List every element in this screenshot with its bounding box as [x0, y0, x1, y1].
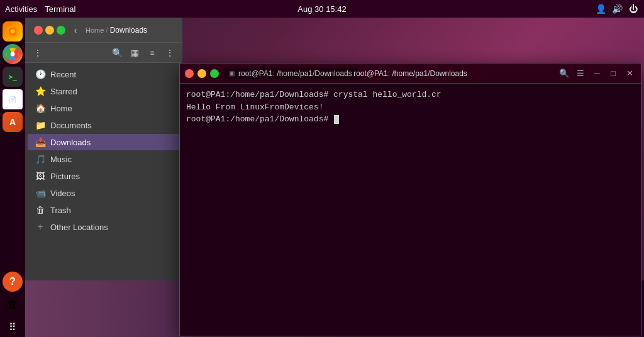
terminal-min-icon[interactable]: ─ — [591, 67, 603, 80]
terminal-cmd-1: crystal hello_world.cr — [333, 89, 441, 101]
dock-chrome[interactable] — [3, 44, 23, 64]
terminal-tab-label: root@PA1: /home/pa1/Downloads — [238, 69, 352, 78]
power-icon[interactable]: ⏻ — [628, 3, 639, 14]
terminal-search-icon[interactable]: 🔍 — [558, 67, 570, 80]
sidebar-label-documents: Documents — [50, 121, 92, 130]
fm-close-button[interactable] — [34, 26, 43, 35]
pictures-icon: 🖼 — [35, 171, 45, 181]
music-icon: 🎵 — [35, 154, 45, 164]
terminal-line-1: root@PA1:/home/pa1/Downloads# crystal he… — [186, 89, 635, 101]
sidebar-label-trash: Trash — [50, 206, 71, 215]
dock: >_ 📄 A ? 🗑 ⠿ — [0, 18, 25, 337]
dock-trash[interactable]: 🗑 — [3, 294, 23, 314]
terminal-menu-icon[interactable]: ☰ — [574, 67, 587, 80]
activities-button[interactable]: Activities — [5, 4, 37, 14]
fm-options-icon[interactable]: ⋮ — [162, 45, 177, 60]
topbar: Activities Terminal Aug 30 15:42 👤 🔊 ⏻ — [0, 0, 644, 18]
fm-toolbar-menu-icon[interactable]: ⋮ — [30, 45, 45, 60]
fm-path-home[interactable]: Home — [86, 26, 104, 34]
sidebar-label-downloads: Downloads — [50, 138, 91, 147]
fm-path-separator: / — [106, 26, 108, 35]
dock-terminal[interactable]: >_ — [3, 67, 23, 87]
sidebar-label-recent: Recent — [50, 70, 76, 79]
fm-list-view-icon[interactable]: ≡ — [145, 45, 160, 60]
fm-minimize-button[interactable] — [45, 26, 54, 35]
terminal-close-button[interactable] — [185, 69, 194, 78]
fm-sidebar: 🕐 Recent ⭐ Starred 🏠 Home 📁 Documents 📥 … — [25, 63, 182, 280]
terminal-cursor — [334, 115, 339, 124]
topbar-left: Activities Terminal — [5, 4, 75, 14]
terminal-line-3: root@PA1:/home/pa1/Downloads# — [186, 113, 635, 126]
terminal-line-2: Hello From LinuxFromDevices! — [186, 101, 635, 114]
terminal-title: root@PA1: /home/pa1/Downloads — [353, 69, 467, 78]
sidebar-item-music[interactable]: 🎵 Music — [28, 151, 180, 167]
datetime-display: Aug 30 15:42 — [297, 4, 346, 14]
terminal-prompt-2: root@PA1:/home/pa1/Downloads# — [186, 113, 333, 126]
sidebar-label-music: Music — [50, 155, 72, 164]
add-icon: + — [35, 222, 45, 232]
fm-search-icon[interactable]: 🔍 — [109, 45, 125, 60]
person-icon[interactable]: 👤 — [595, 3, 606, 14]
sidebar-item-videos[interactable]: 📹 Videos — [28, 185, 180, 201]
terminal-titlebar: ▣ root@PA1: /home/pa1/Downloads root@PA1… — [180, 64, 641, 84]
dock-show-apps[interactable]: ⠿ — [3, 317, 23, 337]
fm-toolbar-right: 🔍 ▦ ≡ ⋮ — [109, 45, 177, 60]
sidebar-label-other: Other Locations — [50, 223, 108, 232]
recent-icon: 🕐 — [35, 69, 45, 79]
sidebar-item-other-locations[interactable]: + Other Locations — [28, 219, 180, 235]
downloads-icon: 📥 — [35, 137, 45, 147]
terminal-max-icon[interactable]: □ — [607, 67, 619, 80]
filemanager-window: ‹ Home / Downloads ⋮ 🔍 ▦ ≡ ⋮ 🕐 Recent ⭐ … — [25, 18, 182, 280]
fm-nav: ‹ Home / Downloads — [30, 23, 177, 38]
videos-icon: 📹 — [35, 188, 45, 198]
filemanager-titlebar: ‹ Home / Downloads — [25, 18, 182, 43]
terminal-prompt-1: root@PA1:/home/pa1/Downloads# — [186, 89, 333, 101]
terminal-window: ▣ root@PA1: /home/pa1/Downloads root@PA1… — [179, 63, 641, 336]
sidebar-label-home: Home — [50, 104, 72, 113]
topbar-center: Aug 30 15:42 — [297, 4, 346, 14]
volume-icon[interactable]: 🔊 — [611, 3, 623, 14]
svg-point-2 — [11, 30, 15, 34]
terminal-maximize-button[interactable] — [210, 69, 219, 78]
fm-maximize-button[interactable] — [57, 26, 65, 35]
terminal-header-left: ▣ root@PA1: /home/pa1/Downloads — [185, 68, 358, 79]
topbar-right: 👤 🔊 ⏻ — [595, 3, 639, 14]
terminal-header-right: 🔍 ☰ ─ □ ✕ — [558, 67, 636, 80]
dock-texteditor[interactable]: 📄 — [3, 89, 23, 109]
dock-firefox[interactable] — [3, 21, 23, 41]
sidebar-item-recent[interactable]: 🕐 Recent — [28, 66, 180, 82]
terminal-tab-icon: ▣ — [229, 70, 235, 77]
home-icon: 🏠 — [35, 103, 45, 113]
fm-grid-view-icon[interactable]: ▦ — [127, 45, 142, 60]
sidebar-label-starred: Starred — [50, 87, 77, 96]
terminal-x-icon[interactable]: ✕ — [623, 67, 636, 80]
fm-toolbar: ⋮ 🔍 ▦ ≡ ⋮ — [25, 43, 182, 63]
sidebar-item-starred[interactable]: ⭐ Starred — [28, 83, 180, 99]
sidebar-label-pictures: Pictures — [50, 172, 80, 181]
starred-icon: ⭐ — [35, 86, 45, 96]
fm-back-button[interactable]: ‹ — [68, 23, 83, 38]
dock-help[interactable]: ? — [3, 272, 23, 292]
sidebar-item-trash[interactable]: 🗑 Trash — [28, 202, 180, 218]
dock-appstore[interactable]: A — [3, 112, 23, 132]
sidebar-item-pictures[interactable]: 🖼 Pictures — [28, 168, 180, 184]
sidebar-item-downloads[interactable]: 📥 Downloads — [28, 134, 180, 150]
trash-sidebar-icon: 🗑 — [35, 205, 45, 215]
fm-path-current: Downloads — [110, 26, 147, 35]
terminal-menu-label[interactable]: Terminal — [45, 4, 75, 14]
sidebar-label-videos: Videos — [50, 189, 75, 198]
sidebar-item-home[interactable]: 🏠 Home — [28, 100, 180, 116]
sidebar-item-documents[interactable]: 📁 Documents — [28, 117, 180, 133]
terminal-tab[interactable]: ▣ root@PA1: /home/pa1/Downloads — [223, 68, 358, 79]
documents-icon: 📁 — [35, 120, 45, 130]
terminal-output-1: Hello From LinuxFromDevices! — [186, 101, 323, 114]
terminal-body[interactable]: root@PA1:/home/pa1/Downloads# crystal he… — [180, 84, 641, 336]
svg-point-4 — [11, 52, 15, 57]
terminal-minimize-button[interactable] — [197, 69, 206, 78]
fm-path: Home / Downloads — [86, 26, 147, 35]
